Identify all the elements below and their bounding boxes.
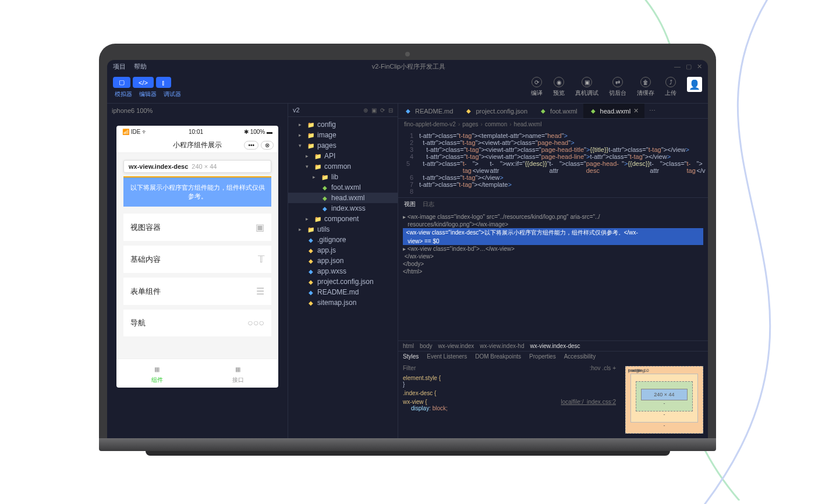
menu-project[interactable]: 项目 bbox=[113, 62, 126, 71]
phone-preview: 📶 IDE ᯤ 10:01 ✱ 100% ▬ 小程序组件展示 ••• ⊗ wx-… bbox=[116, 126, 278, 388]
toolbar-pill-0[interactable]: ▢ bbox=[113, 77, 130, 88]
phone-tab[interactable]: ▦接口 bbox=[197, 359, 278, 388]
editor-tab[interactable]: ◆README.md bbox=[398, 104, 459, 118]
new-folder-icon[interactable]: ▣ bbox=[371, 107, 377, 113]
status-time: 10:01 bbox=[189, 129, 203, 135]
avatar[interactable]: 👤 bbox=[687, 77, 702, 92]
tree-item[interactable]: ▸📁image bbox=[288, 130, 398, 140]
ide-window: 项目 帮助 v2-FinClip小程序开发工具 — ▢ ✕ ▢</>⫿ 模拟器编… bbox=[107, 60, 708, 438]
tree-item[interactable]: ◆.gitignore bbox=[288, 235, 398, 245]
toolbar: ▢</>⫿ 模拟器编辑器调试器 ⟳编译◉预览▣真机调试⇄切后台🗑清缓存⤴上传 👤 bbox=[107, 73, 708, 104]
action-预览[interactable]: ◉预览 bbox=[553, 77, 565, 97]
camera-dot bbox=[405, 52, 410, 56]
status-battery: ✱ 100% ▬ bbox=[244, 129, 272, 135]
tree-item[interactable]: ▸📁utils bbox=[288, 224, 398, 235]
editor-tab[interactable]: ◆head.wxml ✕ bbox=[583, 104, 645, 118]
styles-panel[interactable]: Filter :hov .cls + element.style {}.inde… bbox=[398, 361, 621, 438]
tree-item[interactable]: ◆README.md bbox=[288, 287, 398, 297]
action-上传[interactable]: ⤴上传 bbox=[665, 77, 676, 97]
dom-inspector[interactable]: ▸ <wx-image class="index-logo" src="../r… bbox=[398, 211, 708, 340]
maximize-icon[interactable]: ▢ bbox=[686, 63, 692, 70]
action-清缓存[interactable]: 🗑清缓存 bbox=[637, 77, 654, 97]
breadcrumb-segment[interactable]: fino-applet-demo-v2 bbox=[404, 121, 456, 127]
list-item[interactable]: 基础内容𝕋 bbox=[123, 246, 271, 273]
toolbar-pill-2[interactable]: ⫿ bbox=[156, 77, 171, 88]
collapse-icon[interactable]: ⊟ bbox=[388, 107, 393, 113]
tree-item[interactable]: ▾📁common bbox=[288, 161, 398, 172]
styles-filter[interactable]: Filter bbox=[403, 365, 416, 371]
tab-more-icon[interactable]: ⋯ bbox=[644, 104, 660, 118]
device-label: iphone6 100% bbox=[107, 104, 288, 118]
tree-item[interactable]: ▾📁pages bbox=[288, 140, 398, 151]
list-item[interactable]: 导航○○○ bbox=[123, 310, 271, 336]
inspect-tooltip: wx-view.index-desc240 × 44 bbox=[123, 160, 271, 173]
styles-toggles[interactable]: :hov .cls + bbox=[590, 365, 616, 371]
action-真机调试[interactable]: ▣真机调试 bbox=[575, 77, 598, 97]
tree-item[interactable]: ▸📁API bbox=[288, 151, 398, 161]
editor-tab[interactable]: ◆foot.wxml bbox=[533, 104, 583, 118]
status-signal: 📶 IDE ᯤ bbox=[122, 129, 148, 135]
tree-item[interactable]: ◆app.wxss bbox=[288, 266, 398, 276]
breadcrumb-segment[interactable]: pages bbox=[462, 121, 478, 127]
devtools: 视图日志 ▸ <wx-image class="index-logo" src=… bbox=[398, 197, 708, 438]
menubar: 项目 帮助 v2-FinClip小程序开发工具 — ▢ ✕ bbox=[107, 60, 708, 73]
breadcrumb-segment[interactable]: head.wxml bbox=[514, 121, 542, 127]
list-item[interactable]: 表单组件☰ bbox=[123, 278, 271, 305]
code-editor[interactable]: 1t-attr">class="t-tag"><template t-attr"… bbox=[398, 130, 708, 197]
file-explorer: v2 ⊕ ▣ ⟳ ⊟ ▸📁config▸📁image▾📁pages▸📁API▾📁… bbox=[288, 104, 398, 438]
laptop-frame: 项目 帮助 v2-FinClip小程序开发工具 — ▢ ✕ ▢</>⫿ 模拟器编… bbox=[99, 44, 716, 456]
new-file-icon[interactable]: ⊕ bbox=[363, 107, 368, 113]
menu-dots-icon[interactable]: ••• bbox=[244, 141, 258, 150]
tree-item[interactable]: ◆index.wxss bbox=[288, 203, 398, 214]
tree-item[interactable]: ◆project.config.json bbox=[288, 276, 398, 287]
editor-panel: ◆README.md◆project.config.json◆foot.wxml… bbox=[398, 104, 708, 438]
app-title: 小程序组件展示 bbox=[173, 140, 222, 150]
action-编译[interactable]: ⟳编译 bbox=[531, 77, 543, 97]
list-item[interactable]: 视图容器▣ bbox=[123, 214, 271, 241]
box-model: margin 10 border - padding - 240 × 44 --… bbox=[621, 361, 708, 438]
tree-item[interactable]: ◆app.json bbox=[288, 255, 398, 266]
close-circle-icon[interactable]: ⊗ bbox=[261, 141, 274, 150]
project-root[interactable]: v2 bbox=[293, 107, 300, 113]
editor-tab[interactable]: ◆project.config.json bbox=[459, 104, 533, 118]
refresh-icon[interactable]: ⟳ bbox=[380, 107, 385, 113]
phone-tab[interactable]: ▦组件 bbox=[116, 359, 197, 388]
tree-item[interactable]: ◆app.js bbox=[288, 245, 398, 255]
window-title: v2-FinClip小程序开发工具 bbox=[372, 62, 446, 71]
minimize-icon[interactable]: — bbox=[674, 63, 681, 70]
tree-item[interactable]: ▸📁component bbox=[288, 214, 398, 224]
menu-help[interactable]: 帮助 bbox=[134, 62, 147, 71]
close-icon[interactable]: ✕ bbox=[697, 63, 702, 70]
breadcrumb-segment[interactable]: common bbox=[485, 121, 507, 127]
toolbar-pill-1[interactable]: </> bbox=[133, 77, 154, 88]
tree-item[interactable]: ◆head.wxml bbox=[288, 193, 398, 203]
action-切后台[interactable]: ⇄切后台 bbox=[609, 77, 626, 97]
simulator-panel: iphone6 100% 📶 IDE ᯤ 10:01 ✱ 100% ▬ 小程序组… bbox=[107, 104, 288, 438]
tree-item[interactable]: ▸📁lib bbox=[288, 172, 398, 182]
tree-item[interactable]: ▸📁config bbox=[288, 119, 398, 130]
tree-item[interactable]: ◆foot.wxml bbox=[288, 182, 398, 193]
tree-item[interactable]: ◆sitemap.json bbox=[288, 297, 398, 308]
highlighted-element[interactable]: 以下将展示小程序官方组件能力，组件样式仅供参考。 bbox=[123, 176, 271, 207]
